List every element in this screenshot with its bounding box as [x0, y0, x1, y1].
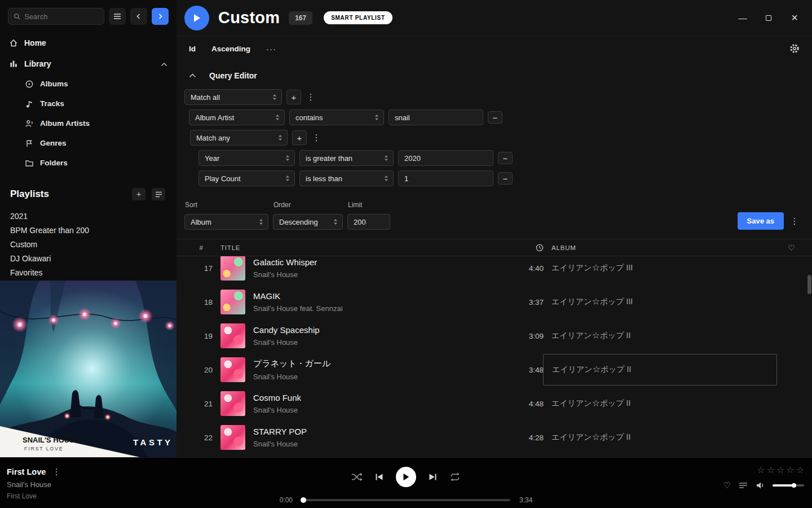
playlist-item[interactable]: Custom: [0, 237, 176, 251]
rule-operator-select[interactable]: is greater than: [299, 150, 394, 166]
remove-rule-button[interactable]: −: [498, 172, 513, 185]
close-button[interactable]: ×: [789, 13, 800, 23]
rule-value-input[interactable]: [398, 170, 493, 186]
track-artist[interactable]: Snail's House: [253, 406, 491, 414]
track-artist[interactable]: Snail's House: [253, 440, 491, 448]
add-playlist-button[interactable]: +: [132, 188, 145, 200]
queue-button[interactable]: [739, 482, 748, 489]
track-album[interactable]: エイリアン☆ポップ II: [551, 398, 777, 409]
order-select[interactable]: Descending: [273, 214, 343, 230]
nav-forward-button[interactable]: [152, 8, 169, 25]
track-album[interactable]: エイリアン☆ポップ II: [551, 432, 777, 443]
now-playing-artist[interactable]: Snail's House: [7, 480, 61, 489]
now-playing-album[interactable]: First Love: [7, 492, 61, 500]
save-options-button[interactable]: ⋮: [789, 216, 800, 226]
volume-slider[interactable]: [773, 484, 804, 487]
track-row[interactable]: 21 Cosmo Funk Snail's House 4:48 エイリアン☆ポ…: [176, 387, 812, 421]
track-row[interactable]: 20 プラネット・ガール Snail's House 3:48 エイリアン☆ポッ…: [176, 353, 812, 387]
star-icon[interactable]: ☆: [786, 465, 794, 475]
repeat-button[interactable]: [449, 472, 461, 481]
collapse-query-button[interactable]: [186, 70, 199, 81]
sort-select[interactable]: Album: [184, 214, 268, 230]
track-artist[interactable]: Snail's House feat. Sennzai: [253, 304, 491, 313]
add-rule-button[interactable]: +: [292, 130, 307, 145]
volume-knob[interactable]: [792, 483, 796, 488]
sidebar-item-folders[interactable]: Folders: [0, 153, 176, 173]
sidebar-item-album-artists[interactable]: Album Artists: [0, 113, 176, 133]
duration-column-clock-icon[interactable]: [536, 244, 544, 252]
next-track-button[interactable]: [429, 473, 437, 481]
rule-value-input[interactable]: [389, 110, 483, 125]
search-box[interactable]: [8, 8, 104, 25]
sidebar-item-tracks[interactable]: Tracks: [0, 94, 176, 113]
now-playing-options-button[interactable]: ⋮: [51, 467, 61, 477]
playlist-item[interactable]: Favorites: [0, 265, 176, 279]
track-row[interactable]: 18 MAGIK Snail's House feat. Sennzai 3:3…: [176, 285, 812, 319]
column-album[interactable]: ALBUM: [551, 244, 777, 251]
shuffle-button[interactable]: [351, 472, 363, 481]
playlist-item[interactable]: BPM Greater than 200: [0, 223, 176, 237]
rule-operator-select[interactable]: is less than: [299, 170, 394, 186]
remove-rule-button[interactable]: −: [498, 152, 513, 164]
favorite-column-heart-icon[interactable]: ♡: [785, 243, 798, 252]
rule-operator-select[interactable]: contains: [289, 110, 384, 125]
minimize-button[interactable]: —: [738, 13, 748, 23]
track-album[interactable]: エイリアン☆ポップ III: [551, 297, 777, 307]
sidebar-item-home[interactable]: Home: [0, 32, 176, 53]
save-as-button[interactable]: Save as: [738, 212, 784, 230]
column-title[interactable]: TITLE: [220, 244, 491, 251]
track-row[interactable]: 22 STARRY POP Snail's House 4:28 エイリアン☆ポ…: [176, 421, 812, 454]
track-artist[interactable]: Snail's House: [253, 270, 491, 279]
seek-slider[interactable]: [302, 499, 510, 501]
nav-back-button[interactable]: [130, 8, 147, 25]
more-options-button[interactable]: ···: [266, 44, 276, 54]
play-playlist-button[interactable]: [184, 6, 209, 30]
star-icon[interactable]: ☆: [776, 465, 784, 475]
favorite-button[interactable]: ♡: [723, 480, 731, 491]
previous-track-button[interactable]: [375, 473, 383, 481]
star-icon[interactable]: ☆: [757, 465, 765, 475]
limit-input[interactable]: [347, 214, 390, 230]
track-album-focused-cell[interactable]: エイリアン☆ポップ II: [543, 354, 777, 386]
rating-stars[interactable]: ☆ ☆ ☆ ☆ ☆: [757, 465, 804, 475]
sidebar-item-library[interactable]: Library: [0, 53, 176, 74]
group-options-button[interactable]: ⋮: [306, 92, 316, 102]
scrollbar-thumb[interactable]: [807, 275, 811, 294]
star-icon[interactable]: ☆: [767, 465, 775, 475]
track-album[interactable]: エイリアン☆ポップ III: [551, 263, 777, 273]
track-row[interactable]: 19 Candy Spaceship Snail's House 3:09 エイ…: [176, 319, 812, 353]
settings-button[interactable]: [789, 43, 800, 54]
table-body[interactable]: 17 Galactic Whisper Snail's House 4:40 エ…: [176, 256, 812, 457]
rule-field-select[interactable]: Year: [198, 150, 295, 166]
playlist-list-button[interactable]: [152, 188, 165, 200]
menu-button[interactable]: [109, 8, 126, 25]
sidebar-item-albums[interactable]: Albums: [0, 74, 176, 94]
now-playing-cover-art[interactable]: SNAIL'S HOUSE FIRST LOVE TASTY: [0, 281, 176, 457]
match-type-select[interactable]: Match any: [190, 130, 288, 146]
rule-field-select[interactable]: Play Count: [198, 170, 295, 186]
star-icon[interactable]: ☆: [796, 465, 804, 475]
sidebar-item-genres[interactable]: Genres: [0, 133, 176, 153]
chevron-up-icon[interactable]: [161, 59, 167, 68]
remove-rule-button[interactable]: −: [488, 111, 502, 124]
sort-field-button[interactable]: Id: [189, 45, 196, 53]
match-type-select[interactable]: Match all: [184, 89, 282, 105]
seek-knob[interactable]: [301, 497, 306, 503]
playlist-item[interactable]: 2021: [0, 209, 176, 223]
now-playing-title[interactable]: First Love: [7, 467, 46, 476]
group-options-button[interactable]: ⋮: [311, 133, 321, 143]
add-rule-button[interactable]: +: [286, 90, 301, 104]
track-artist[interactable]: Snail's House: [253, 338, 491, 347]
track-row[interactable]: 17 Galactic Whisper Snail's House 4:40 エ…: [176, 256, 812, 285]
sort-direction-button[interactable]: Ascending: [211, 45, 250, 53]
play-pause-button[interactable]: [396, 467, 416, 487]
volume-button[interactable]: [756, 481, 765, 489]
playlist-item[interactable]: DJ Okawari: [0, 251, 176, 265]
rule-value-input[interactable]: [398, 150, 493, 166]
track-album[interactable]: エイリアン☆ポップ II: [551, 331, 777, 341]
track-artist[interactable]: Snail's House: [253, 373, 491, 381]
maximize-button[interactable]: [764, 13, 774, 23]
search-input[interactable]: [24, 12, 99, 21]
rule-field-select[interactable]: Album Artist: [189, 110, 285, 125]
column-number[interactable]: #: [190, 244, 213, 251]
